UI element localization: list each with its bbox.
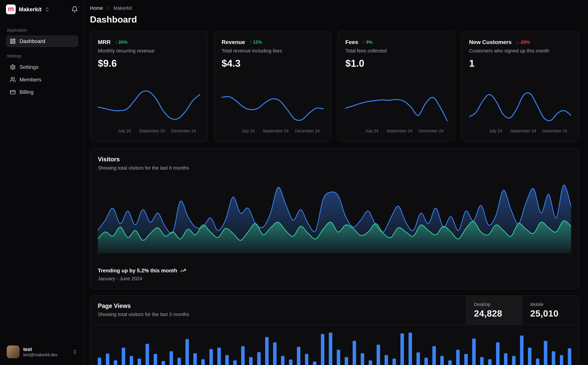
visitors-footer: Trending up by 5.2% this month January -… <box>98 267 571 282</box>
stat-toggle-label: Mobile <box>530 302 571 307</box>
pageviews-bar <box>544 341 547 365</box>
pageviews-bar <box>472 338 476 365</box>
stat-card-fees: Fees ↑ 9% Total fees collected $1.0 July… <box>337 31 455 142</box>
trend-value: 20% <box>118 40 127 45</box>
stat-toggle-mobile[interactable]: Mobile 25,010 <box>522 296 579 325</box>
avatar <box>7 345 20 358</box>
main-content: Home Makerkit Dashboard MRR ↑ 20% Monthl… <box>84 0 588 365</box>
x-tick: December 24 <box>295 129 320 133</box>
pageviews-bar <box>265 337 269 365</box>
stat-value: $9.6 <box>98 58 200 69</box>
pageviews-bar <box>305 354 308 365</box>
pageviews-bar <box>138 358 141 365</box>
sidebar-item-settings[interactable]: Settings <box>6 62 78 73</box>
pageviews-bar <box>512 356 516 365</box>
pageviews-bar <box>416 352 420 365</box>
pageviews-bar <box>114 360 117 365</box>
notifications-button[interactable] <box>71 6 78 13</box>
pageviews-bar <box>432 346 436 365</box>
x-tick: December 24 <box>171 129 196 133</box>
pageviews-bar <box>480 357 484 365</box>
chevrons-up-down-icon <box>72 350 77 354</box>
x-tick: July 24 <box>242 129 255 133</box>
breadcrumb-home[interactable]: Home <box>90 5 103 11</box>
pageviews-bar <box>520 336 524 365</box>
pageviews-bar <box>281 356 284 365</box>
pageviews-bar <box>193 353 197 365</box>
section-label-settings: Settings <box>7 54 78 58</box>
x-tick: September 24 <box>387 129 413 133</box>
pageviews-bar <box>233 360 237 365</box>
x-axis-labels: July 24 September 24 December 24 <box>222 127 324 134</box>
gear-icon <box>10 64 16 70</box>
pageviews-bar <box>249 357 253 365</box>
pageviews-bar <box>393 358 396 365</box>
stat-title: Fees <box>345 39 358 45</box>
user-meta: test test@makerkit.dev <box>23 346 69 357</box>
pageviews-bar <box>496 342 499 365</box>
stat-value: $4.3 <box>222 58 324 69</box>
trending-up-icon <box>180 267 186 274</box>
pageviews-bar <box>369 360 372 365</box>
billing-icon <box>10 89 16 95</box>
pageviews-bar <box>313 362 316 365</box>
sidebar-header: m Makerkit <box>6 5 78 14</box>
trend-arrow-icon: ↑ <box>115 40 118 45</box>
pageviews-bar <box>424 358 428 365</box>
pageviews-bar <box>440 356 444 365</box>
pageviews-bar <box>225 355 229 365</box>
pageviews-bar <box>185 339 189 365</box>
stat-card-mrr: MRR ↑ 20% Monthly recurring revenue $9.6… <box>90 31 208 142</box>
breadcrumb: Home Makerkit <box>90 5 579 11</box>
date-range: January - June 2024 <box>98 276 571 281</box>
pageviews-bar <box>401 333 404 365</box>
x-axis-labels: July 24 September 24 December 24 <box>98 127 200 134</box>
stat-title: Revenue <box>222 39 245 45</box>
x-tick: September 24 <box>510 129 536 133</box>
x-tick: July 24 <box>489 129 502 133</box>
stat-description: Total revenue including fees <box>222 48 324 54</box>
pageviews-bar <box>178 358 181 365</box>
pageviews-bar <box>361 353 364 365</box>
makerkit-logo: m <box>6 5 16 14</box>
breadcrumb-current: Makerkit <box>113 5 132 11</box>
pageviews-bar <box>464 354 468 365</box>
user-email: test@makerkit.dev <box>23 352 69 357</box>
pageviews-bar <box>377 345 380 365</box>
x-tick: September 24 <box>139 129 165 133</box>
members-icon <box>10 77 16 83</box>
pageviews-bar <box>273 342 277 365</box>
user-menu[interactable]: test test@makerkit.dev <box>6 344 78 360</box>
trend-arrow-icon: ↓ <box>516 40 518 45</box>
pageviews-bar <box>329 333 332 365</box>
stat-title: MRR <box>98 39 111 45</box>
workspace-selector[interactable]: m Makerkit <box>6 5 50 14</box>
pageviews-bar <box>353 341 356 365</box>
sidebar-item-members[interactable]: Members <box>6 74 78 85</box>
pageviews-bar <box>257 352 261 365</box>
sidebar-item-dashboard[interactable]: Dashboard <box>6 35 78 47</box>
visitors-card: Visitors Showing total visitors for the … <box>90 148 579 289</box>
pageviews-bar <box>122 348 125 365</box>
sidebar-item-label: Dashboard <box>20 38 45 44</box>
trend-note: Trending up by 5.2% this month <box>98 267 177 274</box>
visitors-title: Visitors <box>98 156 571 163</box>
stat-card-revenue: Revenue ↑ 12% Total revenue including fe… <box>214 31 332 142</box>
pageviews-bar <box>209 349 213 365</box>
trend-value: 9% <box>366 40 373 45</box>
sparkline-svg <box>345 85 447 126</box>
sidebar-item-billing[interactable]: Billing <box>6 86 78 98</box>
trend-badge: ↑ 20% <box>115 40 128 45</box>
trend-badge: ↓ -25% <box>516 40 530 45</box>
stat-toggle-desktop[interactable]: Desktop 24,828 <box>466 296 522 325</box>
stat-card-grid: MRR ↑ 20% Monthly recurring revenue $9.6… <box>90 31 579 142</box>
pageviews-bar <box>154 354 157 365</box>
pageviews-bar <box>201 359 205 365</box>
pageviews-card: Page Views Showing total visitors for th… <box>90 295 579 365</box>
stat-toggle-label: Desktop <box>474 302 515 307</box>
visitors-subtitle: Showing total visitors for the last 6 mo… <box>98 165 571 171</box>
pageviews-bar <box>488 359 491 365</box>
pageviews-bar <box>385 355 388 365</box>
stat-card-new-customers: New Customers ↓ -25% Customers who signe… <box>461 31 579 142</box>
pageviews-bar <box>448 360 452 365</box>
